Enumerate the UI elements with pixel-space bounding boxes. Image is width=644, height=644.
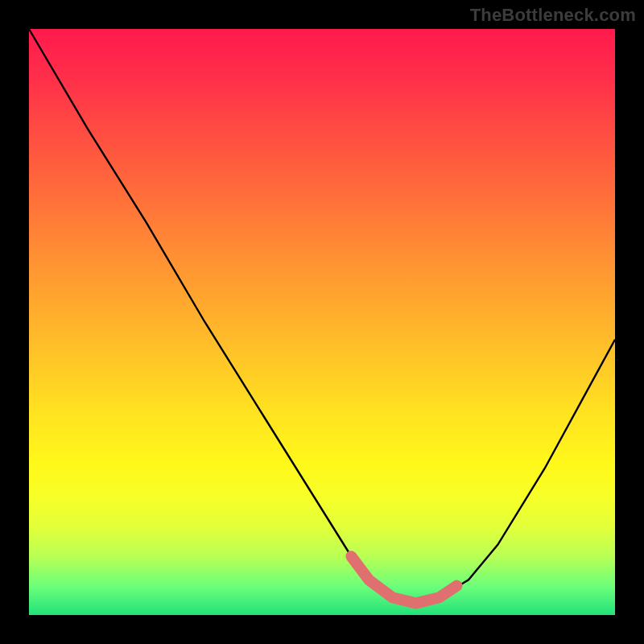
- watermark-text: TheBottleneck.com: [470, 5, 636, 26]
- optimal-range-highlight: [351, 556, 456, 603]
- chart-frame: TheBottleneck.com: [0, 0, 644, 644]
- curve-line: [29, 29, 615, 603]
- bottleneck-curve: [29, 29, 615, 615]
